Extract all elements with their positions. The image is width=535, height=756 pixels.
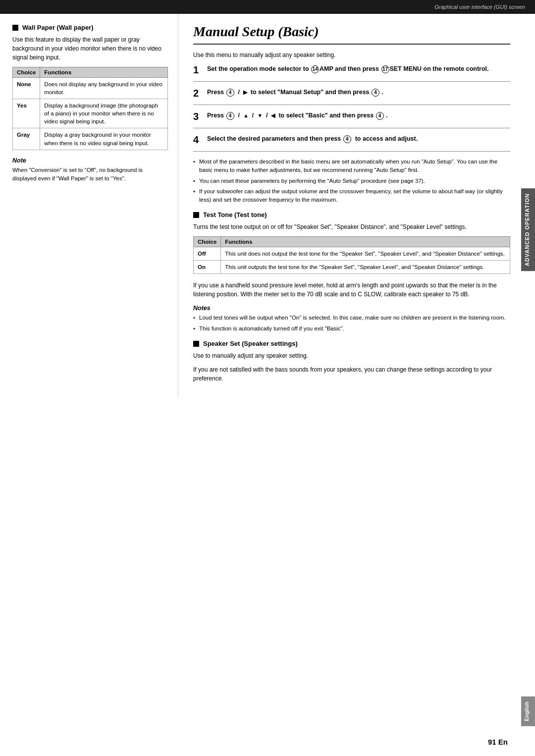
notes-box: Notes Loud test tones will be output whe… <box>193 305 510 333</box>
note-label: Note <box>12 157 168 164</box>
tt-header-functions: Functions <box>221 237 510 247</box>
left-column: Wall Paper (Wall paper) Use this feature… <box>0 14 178 398</box>
bullet-item: Most of the parameters described in the … <box>193 158 510 175</box>
step-4-content: Select the desired parameters and then p… <box>207 134 510 144</box>
function-cell: This unit outputs the test tone for the … <box>221 261 510 274</box>
right-column: Manual Setup (Basic) Use this menu to ma… <box>178 14 535 398</box>
english-tab: English <box>521 697 535 726</box>
step-2: 2 Press 4 / ▶ to select "Manual Setup" a… <box>193 88 510 105</box>
bullet-list: Most of the parameters described in the … <box>193 158 510 204</box>
circle-14-icon: 14 <box>311 65 319 73</box>
test-tone-table: Choice Functions OffThis unit does not o… <box>193 236 510 274</box>
main-title: Manual Setup (Basic) <box>193 24 510 45</box>
step-2-content: Press 4 / ▶ to select "Manual Setup" and… <box>207 88 510 97</box>
bullet-item: If your subwoofer can adjust the output … <box>193 187 510 205</box>
step-3-content: Press 4 / ▲ / ▼ / ◀ to select "Basic" an… <box>207 111 510 120</box>
test-tone-extra: If you use a handheld sound pressure lev… <box>193 281 510 299</box>
speaker-set-description: Use to manually adjust any speaker setti… <box>193 351 510 360</box>
circle-17-icon: 17 <box>381 65 389 73</box>
note-box: Note When "Conversion" is set to "Off", … <box>12 157 168 183</box>
step-4-number: 4 <box>193 134 202 145</box>
circle-4b-icon: 4 <box>372 89 379 97</box>
step-2-number: 2 <box>193 88 202 99</box>
wall-paper-table: Choice Functions NoneDoes not display an… <box>12 67 168 150</box>
circle-4c-icon: 4 <box>226 112 234 120</box>
circle-4a-icon: 4 <box>226 89 234 97</box>
table-header-choice: Choice <box>13 67 40 78</box>
notes-label: Notes <box>193 305 510 312</box>
choice-cell: On <box>194 261 221 274</box>
table-row: YesDisplay a background image (the photo… <box>13 99 168 128</box>
wall-paper-description: Use this feature to display the wall pap… <box>12 35 168 62</box>
tt-header-choice: Choice <box>194 237 221 247</box>
table-header-functions: Functions <box>40 67 168 78</box>
choice-cell: Yes <box>13 99 40 128</box>
page-number: 91 En <box>488 738 508 746</box>
choice-cell: Off <box>194 247 221 261</box>
function-cell: Display a background image (the photogra… <box>40 99 168 128</box>
circle-4d-icon: 4 <box>376 112 384 120</box>
main-content: Wall Paper (Wall paper) Use this feature… <box>0 14 535 398</box>
note-text: When "Conversion" is set to "Off", no ba… <box>12 166 168 183</box>
function-cell: This unit does not output the test tone … <box>221 247 510 261</box>
top-bar-label: Graphical user interface (GUI) screen <box>434 4 525 10</box>
bullet-item: You can reset these parameters by perfor… <box>193 177 510 185</box>
choice-cell: Gray <box>13 128 40 150</box>
table-row: GrayDisplay a gray background in your mo… <box>13 128 168 150</box>
speaker-set-heading: Speaker Set (Speaker settings) <box>193 340 510 347</box>
step-3-number: 3 <box>193 111 202 122</box>
table-row: NoneDoes not display any background in y… <box>13 78 168 99</box>
black-square-3-icon <box>193 341 199 347</box>
test-tone-description: Turns the test tone output on or off for… <box>193 222 510 231</box>
top-bar: Graphical user interface (GUI) screen <box>0 0 535 14</box>
advanced-operation-tab: ADVANCED OPERATION <box>521 188 535 271</box>
step-1-content: Set the operation mode selector to 14AMP… <box>207 64 510 74</box>
notes-list: Loud test tones will be output when "On"… <box>193 314 510 333</box>
choice-cell: None <box>13 78 40 99</box>
step-4: 4 Select the desired parameters and then… <box>193 134 510 152</box>
function-cell: Does not display any background in your … <box>40 78 168 99</box>
circle-4e-icon: 4 <box>343 135 351 143</box>
function-cell: Display a gray background in your monito… <box>40 128 168 150</box>
table-row: OnThis unit outputs the test tone for th… <box>194 261 510 274</box>
note-item: Loud test tones will be output when "On"… <box>193 314 510 322</box>
test-tone-heading: Test Tone (Test tone) <box>193 211 510 218</box>
step-1: 1 Set the operation mode selector to 14A… <box>193 64 510 82</box>
step-1-number: 1 <box>193 64 202 75</box>
main-intro: Use this menu to manually adjust any spe… <box>193 51 510 59</box>
black-square-2-icon <box>193 212 199 218</box>
speaker-set-extra: If you are not satisfied with the bass s… <box>193 365 510 383</box>
step-3: 3 Press 4 / ▲ / ▼ / ◀ to select "Basic" … <box>193 111 510 128</box>
note-item: This function is automatically turned of… <box>193 324 510 333</box>
black-square-icon <box>12 25 18 31</box>
wall-paper-heading: Wall Paper (Wall paper) <box>12 24 168 31</box>
table-row: OffThis unit does not output the test to… <box>194 247 510 261</box>
